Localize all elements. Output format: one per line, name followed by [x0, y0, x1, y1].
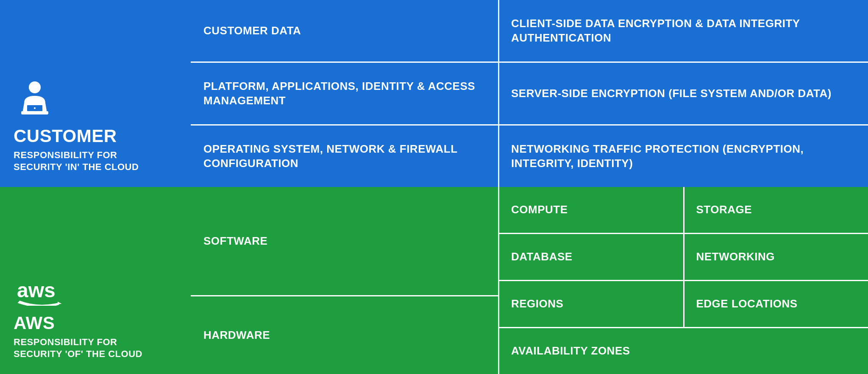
main-grid: CUSTOMER RESPONSIBILITY FOR SECURITY 'IN… — [0, 0, 868, 374]
aws-middle-col: SOFTWARE HARDWARE — [165, 187, 499, 374]
aws-grid-row-3: REGIONS EDGE LOCATIONS — [499, 281, 868, 328]
customer-right-col: CLIENT-SIDE DATA ENCRYPTION & DATA INTEG… — [499, 0, 868, 187]
customer-panel: CUSTOMER RESPONSIBILITY FOR SECURITY 'IN… — [0, 0, 165, 187]
networking-cell: NETWORKING — [684, 234, 868, 280]
svg-text:aws: aws — [17, 279, 56, 301]
aws-label: AWS — [14, 313, 55, 333]
svg-marker-6 — [58, 301, 62, 304]
client-side-encryption-cell: CLIENT-SIDE DATA ENCRYPTION & DATA INTEG… — [499, 0, 868, 61]
availability-zones-cell: AVAILABILITY ZONES — [499, 328, 868, 374]
aws-logo-icon: aws — [14, 279, 81, 306]
svg-point-4 — [34, 107, 36, 109]
aws-grid-row-4: AVAILABILITY ZONES — [499, 328, 868, 374]
svg-point-0 — [29, 81, 41, 93]
aws-arrow — [165, 187, 191, 374]
platform-label: PLATFORM, APPLICATIONS, IDENTITY & ACCES… — [203, 79, 485, 108]
storage-label: STORAGE — [696, 203, 752, 217]
server-side-encryption-label: SERVER-SIDE ENCRYPTION (FILE SYSTEM AND/… — [511, 87, 832, 101]
os-network-label: OPERATING SYSTEM, NETWORK & FIREWALL CON… — [203, 142, 485, 171]
customer-middle-cell-3: OPERATING SYSTEM, NETWORK & FIREWALL CON… — [191, 126, 498, 187]
customer-icon — [14, 80, 56, 122]
aws-middle-cell-hardware: HARDWARE — [191, 296, 498, 374]
networking-label: NETWORKING — [696, 250, 775, 264]
aws-grid-row-2: DATABASE NETWORKING — [499, 234, 868, 281]
customer-label: CUSTOMER — [14, 126, 117, 146]
availability-zones-label: AVAILABILITY ZONES — [511, 344, 630, 358]
compute-cell: COMPUTE — [499, 187, 684, 233]
networking-traffic-cell: NETWORKING TRAFFIC PROTECTION (ENCRYPTIO… — [499, 126, 868, 187]
edge-locations-cell: EDGE LOCATIONS — [684, 281, 868, 327]
client-side-encryption-label: CLIENT-SIDE DATA ENCRYPTION & DATA INTEG… — [511, 17, 856, 45]
customer-arrow — [165, 0, 191, 187]
storage-cell: STORAGE — [684, 187, 868, 233]
database-cell: DATABASE — [499, 234, 684, 280]
customer-middle-cell-1: CUSTOMER DATA — [191, 0, 498, 63]
database-label: DATABASE — [511, 250, 573, 264]
server-side-encryption-cell: SERVER-SIDE ENCRYPTION (FILE SYSTEM AND/… — [499, 63, 868, 124]
compute-label: COMPUTE — [511, 203, 568, 217]
customer-right-row-2: SERVER-SIDE ENCRYPTION (FILE SYSTEM AND/… — [499, 63, 868, 126]
aws-panel: aws AWS RESPONSIBILITY FOR SECURITY 'OF'… — [0, 187, 165, 374]
regions-cell: REGIONS — [499, 281, 684, 327]
hardware-label: HARDWARE — [203, 328, 270, 343]
aws-middle-cell-software: SOFTWARE — [191, 187, 498, 296]
customer-row: CUSTOMER RESPONSIBILITY FOR SECURITY 'IN… — [0, 0, 868, 187]
aws-grid-row-1: COMPUTE STORAGE — [499, 187, 868, 234]
customer-data-label: CUSTOMER DATA — [203, 24, 301, 38]
customer-right-row-1: CLIENT-SIDE DATA ENCRYPTION & DATA INTEG… — [499, 0, 868, 63]
aws-row: aws AWS RESPONSIBILITY FOR SECURITY 'OF'… — [0, 187, 868, 374]
software-label: SOFTWARE — [203, 234, 267, 248]
networking-traffic-label: NETWORKING TRAFFIC PROTECTION (ENCRYPTIO… — [511, 142, 856, 171]
aws-sublabel: RESPONSIBILITY FOR SECURITY 'OF' THE CLO… — [14, 336, 152, 360]
regions-label: REGIONS — [511, 297, 563, 311]
customer-right-row-3: NETWORKING TRAFFIC PROTECTION (ENCRYPTIO… — [499, 126, 868, 187]
customer-sublabel: RESPONSIBILITY FOR SECURITY 'IN' THE CLO… — [14, 149, 152, 173]
edge-locations-label: EDGE LOCATIONS — [696, 297, 798, 311]
aws-right-col: COMPUTE STORAGE DATABASE NETWORKING REGI… — [499, 187, 868, 374]
customer-middle-cell-2: PLATFORM, APPLICATIONS, IDENTITY & ACCES… — [191, 63, 498, 126]
customer-middle-col: CUSTOMER DATA PLATFORM, APPLICATIONS, ID… — [165, 0, 499, 187]
